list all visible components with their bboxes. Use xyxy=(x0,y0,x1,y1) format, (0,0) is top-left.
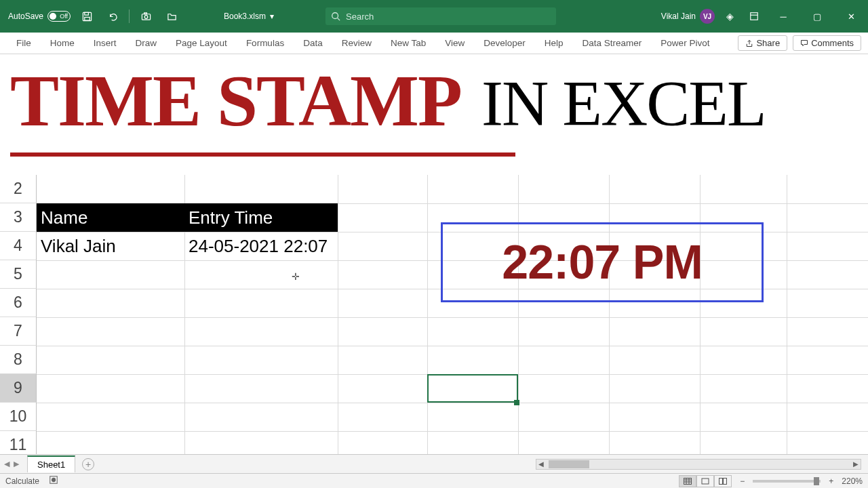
sheet-nav-next-icon[interactable]: ▶ xyxy=(14,460,19,468)
autosave-control[interactable]: AutoSave Off xyxy=(8,11,71,22)
search-placeholder: Search xyxy=(346,12,374,22)
comments-button[interactable]: Comments xyxy=(793,35,861,51)
ribbon-tab-data[interactable]: Data xyxy=(294,34,332,52)
svg-rect-5 xyxy=(144,12,146,14)
open-icon[interactable] xyxy=(162,7,181,26)
ribbon-tab-help[interactable]: Help xyxy=(535,34,573,52)
page-layout-view-button[interactable] xyxy=(696,475,714,487)
svg-rect-8 xyxy=(751,13,758,20)
ribbon-tab-new-tab[interactable]: New Tab xyxy=(381,34,435,52)
cell-name[interactable]: Vikal Jain xyxy=(37,232,184,260)
ribbon-tab-developer[interactable]: Developer xyxy=(474,34,535,52)
row-header[interactable]: 4 xyxy=(0,232,37,260)
table-row: Vikal Jain 24-05-2021 22:07 xyxy=(37,232,338,260)
row-header[interactable]: 5 xyxy=(0,260,37,289)
cell-entry-time[interactable]: 24-05-2021 22:07 xyxy=(184,232,338,260)
qat-separator xyxy=(129,9,130,23)
scroll-left-icon[interactable]: ◀ xyxy=(536,460,546,468)
share-button[interactable]: Share xyxy=(738,35,787,51)
status-bar: Calculate − + 220% xyxy=(0,473,868,488)
maximize-button[interactable]: ▢ xyxy=(803,0,831,33)
selected-cell[interactable] xyxy=(427,374,518,403)
clock-display[interactable]: 22:07 PM xyxy=(441,222,764,302)
ribbon-tab-draw[interactable]: Draw xyxy=(126,34,167,52)
ribbon-tab-review[interactable]: Review xyxy=(332,34,381,52)
ribbon-tab-file[interactable]: File xyxy=(7,34,41,52)
sheet-nav: ◀ ▶ xyxy=(4,460,19,468)
row-header[interactable]: 2 xyxy=(0,175,37,203)
autosave-label: AutoSave xyxy=(8,12,43,21)
filename-label: Book3.xlsm xyxy=(224,12,266,21)
status-mode: Calculate xyxy=(5,476,39,486)
add-sheet-button[interactable]: + xyxy=(82,458,94,470)
row-header[interactable]: 8 xyxy=(0,346,37,374)
normal-view-button[interactable] xyxy=(679,475,696,487)
sheet-tab-bar: ◀ ▶ Sheet1 + ◀ ▶ xyxy=(0,454,868,473)
user-name: Vikal Jain xyxy=(661,12,696,21)
row-headers: 2 3 4 5 6 7 8 9 10 11 xyxy=(0,175,37,454)
zoom-out-button[interactable]: − xyxy=(740,476,745,486)
zoom-thumb[interactable] xyxy=(814,477,819,485)
comment-icon xyxy=(800,39,808,47)
undo-icon[interactable] xyxy=(103,7,122,26)
zoom-slider[interactable] xyxy=(753,480,821,483)
row-header[interactable]: 7 xyxy=(0,317,37,346)
ribbon-display-icon[interactable] xyxy=(745,7,764,26)
scroll-thumb[interactable] xyxy=(549,460,589,468)
svg-rect-17 xyxy=(702,479,709,484)
sheet-tab[interactable]: Sheet1 xyxy=(27,455,75,472)
svg-rect-2 xyxy=(84,17,90,20)
fill-handle[interactable] xyxy=(514,400,519,405)
svg-point-11 xyxy=(52,478,55,481)
close-button[interactable]: ✕ xyxy=(837,0,865,33)
zoom-level[interactable]: 220% xyxy=(842,476,863,486)
row-header[interactable]: 6 xyxy=(0,289,37,317)
row-header[interactable]: 9 xyxy=(0,374,37,403)
titlebar-right: Vikal Jain VJ ◈ ─ ▢ ✕ xyxy=(661,0,868,33)
cells[interactable]: Name Entry Time Vikal Jain 24-05-2021 22… xyxy=(37,175,868,454)
title-black: IN EXCEL xyxy=(481,71,766,136)
ribbon-tab-power-pivot[interactable]: Power Pivot xyxy=(651,34,719,52)
quick-access-toolbar: AutoSave Off xyxy=(0,0,181,33)
search-input[interactable]: Search xyxy=(326,7,556,25)
sheet-nav-prev-icon[interactable]: ◀ xyxy=(4,460,9,468)
horizontal-scrollbar[interactable]: ◀ ▶ xyxy=(536,459,861,470)
user-avatar: VJ xyxy=(700,9,715,24)
ribbon-tab-data-streamer[interactable]: Data Streamer xyxy=(573,34,652,52)
chevron-down-icon: ▾ xyxy=(270,12,274,21)
minimize-button[interactable]: ─ xyxy=(769,0,797,33)
table-header-name[interactable]: Name xyxy=(37,203,184,232)
svg-line-7 xyxy=(338,18,340,21)
svg-point-4 xyxy=(144,15,148,18)
title-bar: AutoSave Off Book3.xlsm ▾ Search Vikal J… xyxy=(0,0,868,33)
svg-rect-1 xyxy=(84,12,88,15)
autosave-toggle[interactable]: Off xyxy=(47,11,71,22)
svg-rect-12 xyxy=(684,478,692,484)
ribbon-tab-view[interactable]: View xyxy=(435,34,474,52)
svg-rect-18 xyxy=(719,478,723,484)
svg-point-6 xyxy=(332,13,338,19)
filename-area[interactable]: Book3.xlsm ▾ xyxy=(224,12,274,21)
camera-icon[interactable] xyxy=(136,7,155,26)
search-icon xyxy=(331,12,340,21)
row-header[interactable]: 11 xyxy=(0,431,37,454)
ribbon-tab-insert[interactable]: Insert xyxy=(84,34,126,52)
diamond-icon[interactable]: ◈ xyxy=(720,7,739,26)
ribbon-tab-formulas[interactable]: Formulas xyxy=(237,34,294,52)
row-header[interactable]: 10 xyxy=(0,403,37,431)
table-header-entry-time[interactable]: Entry Time xyxy=(184,203,338,232)
row-header[interactable]: 3 xyxy=(0,203,37,232)
ribbon-tabs: File Home Insert Draw Page Layout Formul… xyxy=(0,33,868,54)
scroll-right-icon[interactable]: ▶ xyxy=(851,460,861,468)
grid-area: 2 3 4 5 6 7 8 9 10 11 xyxy=(0,175,868,454)
user-account[interactable]: Vikal Jain VJ xyxy=(661,9,715,24)
zoom-in-button[interactable]: + xyxy=(829,476,833,486)
macro-record-icon[interactable] xyxy=(49,475,58,487)
view-buttons xyxy=(679,475,732,487)
title-art: TIME STAMP IN EXCEL xyxy=(10,64,766,138)
worksheet-canvas: TIME STAMP IN EXCEL 2 3 4 5 6 7 8 9 10 1… xyxy=(0,54,868,454)
ribbon-tab-home[interactable]: Home xyxy=(41,34,84,52)
page-break-view-button[interactable] xyxy=(714,475,732,487)
save-icon[interactable] xyxy=(77,7,96,26)
ribbon-tab-page-layout[interactable]: Page Layout xyxy=(166,34,237,52)
